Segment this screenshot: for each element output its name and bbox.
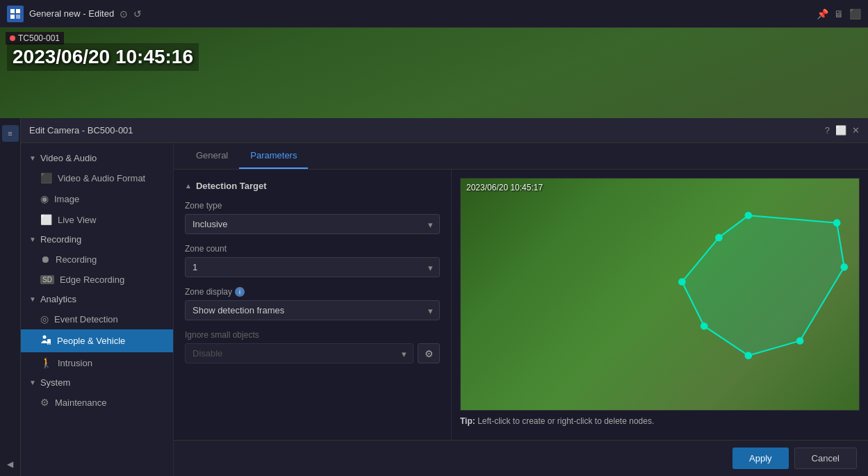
section-collapse-icon[interactable]: ▲	[185, 182, 192, 190]
nav-section-recording[interactable]: ▼ Recording	[21, 230, 173, 249]
zone-display-info-icon[interactable]: i	[235, 287, 245, 297]
nav-item-recording[interactable]: ⏺ Recording	[21, 249, 173, 270]
camera-preview: 2023/06/20 10:45:17	[460, 178, 860, 411]
svg-marker-8	[682, 215, 844, 356]
help-icon[interactable]: ?	[825, 125, 830, 136]
zone-display-label: Zone display i	[185, 287, 440, 297]
main-layout: ≡ ◀ Edit Camera - BC500-001 ? ⬜ ✕ ▼ Vide…	[0, 118, 868, 476]
form-panel: ▲ Detection Target Zone type Inclusive	[174, 170, 452, 440]
app-title: General new - Edited	[29, 8, 114, 19]
ignore-small-objects-gear-button[interactable]: ⚙	[418, 343, 440, 363]
svg-point-6	[47, 343, 49, 345]
nav-section-analytics[interactable]: ▼ Analytics	[21, 290, 173, 309]
top-bar-right: 📌 🖥 ⬛	[817, 8, 861, 19]
layout-icon[interactable]: ⬛	[849, 8, 861, 19]
intrusion-icon: 🚶	[40, 357, 52, 368]
svg-point-4	[43, 336, 47, 339]
pin-icon[interactable]: 📌	[817, 8, 828, 19]
nav-item-people-vehicle[interactable]: People & Vehicle	[21, 329, 173, 352]
section-title: Detection Target	[196, 181, 267, 191]
zone-count-group: Zone count 1 2 3 4	[185, 244, 440, 277]
svg-rect-2	[10, 15, 15, 19]
tab-general[interactable]: General	[185, 143, 239, 169]
maximize-icon[interactable]: ⬜	[835, 125, 846, 136]
svg-point-12	[796, 337, 804, 345]
image-icon: ◉	[40, 193, 49, 204]
app-logo	[7, 6, 24, 22]
svg-rect-5	[47, 339, 51, 343]
zone-type-group: Zone type Inclusive Exclusive	[185, 201, 440, 234]
zone-display-select-wrap: Show detection frames Hide detection fra…	[185, 300, 440, 320]
ignore-small-objects-group: Ignore small objects Disable Enable ⚙	[185, 330, 440, 363]
zone-count-select[interactable]: 1 2 3 4	[185, 257, 440, 277]
svg-rect-3	[16, 15, 20, 19]
preview-panel: 2023/06/20 10:45:17	[452, 170, 868, 440]
nav-item-live-view[interactable]: ⬜ Live View	[21, 209, 173, 230]
nav-item-image[interactable]: ◉ Image	[21, 188, 173, 209]
detection-target-header: ▲ Detection Target	[185, 181, 440, 191]
apply-button[interactable]: Apply	[732, 448, 789, 469]
close-icon[interactable]: ✕	[852, 125, 860, 136]
cancel-button[interactable]: Cancel	[794, 448, 857, 469]
zone-type-select-wrap: Inclusive Exclusive	[185, 214, 440, 234]
form-preview: ▲ Detection Target Zone type Inclusive	[174, 170, 868, 440]
content-area: General Parameters ▲ Detection Target	[174, 143, 868, 476]
nav-item-edge-recording[interactable]: SD Edge Recording	[21, 270, 173, 290]
sync-icon[interactable]: ⊙	[120, 8, 128, 19]
zone-type-select[interactable]: Inclusive Exclusive	[185, 214, 440, 234]
ignore-small-objects-label: Ignore small objects	[185, 330, 440, 340]
zone-count-label: Zone count	[185, 244, 440, 254]
nav-item-intrusion[interactable]: 🚶 Intrusion	[21, 352, 173, 373]
nav-section-arrow-analytics: ▼	[29, 295, 36, 303]
preview-timestamp: 2023/06/20 10:45:17	[466, 183, 543, 192]
undo-icon[interactable]: ↺	[133, 8, 142, 19]
nav-item-maintenance[interactable]: ⚙ Maintenance	[21, 392, 173, 413]
nav-section-label-system: System	[40, 377, 70, 388]
sidebar-collapse-arrow[interactable]: ◀	[7, 459, 13, 469]
tip-text: Tip: Left-click to create or right-click…	[460, 411, 860, 432]
nav-section-label-analytics: Analytics	[40, 294, 76, 304]
sidebar-strip: ≡ ◀	[0, 118, 21, 476]
svg-point-14	[701, 322, 708, 330]
event-detection-icon: ◎	[40, 313, 49, 325]
tab-parameters[interactable]: Parameters	[239, 143, 308, 169]
maintenance-icon: ⚙	[40, 397, 49, 408]
nav-section-label-recording: Recording	[40, 234, 81, 245]
monitor-icon[interactable]: 🖥	[834, 8, 844, 19]
zone-count-select-wrap: 1 2 3 4	[185, 257, 440, 277]
svg-rect-0	[10, 9, 15, 13]
nav-item-event-detection[interactable]: ◎ Event Detection	[21, 309, 173, 329]
svg-point-13	[745, 352, 753, 359]
nav-section-arrow-recording: ▼	[29, 236, 36, 243]
svg-point-11	[840, 263, 848, 271]
svg-point-15	[678, 278, 686, 286]
recording-icon: ⏺	[40, 254, 50, 265]
dialog-body: ▼ Video & Audio ⬛ Video & Audio Format ◉…	[21, 143, 868, 476]
edge-recording-icon: SD	[40, 275, 54, 284]
ignore-small-objects-row: Disable Enable ⚙	[185, 343, 440, 363]
ignore-small-objects-select[interactable]: Disable Enable	[185, 343, 413, 363]
people-vehicle-icon	[40, 334, 51, 347]
zone-display-group: Zone display i Show detection frames Hid…	[185, 287, 440, 320]
nav-tree: ▼ Video & Audio ⬛ Video & Audio Format ◉…	[21, 143, 174, 476]
dialog-header-icons: ? ⬜ ✕	[825, 125, 860, 136]
nav-item-video-audio-format[interactable]: ⬛ Video & Audio Format	[21, 167, 173, 188]
top-bar: General new - Edited ⊙ ↺ 📌 🖥 ⬛	[0, 0, 868, 28]
svg-point-16	[715, 234, 723, 242]
zone-type-label: Zone type	[185, 201, 440, 211]
camera-timestamp: 2023/06/20 10:45:16	[7, 43, 199, 71]
sidebar-strip-icon[interactable]: ≡	[2, 125, 19, 142]
nav-section-label-video: Video & Audio	[40, 153, 97, 163]
ignore-small-objects-select-wrap: Disable Enable	[185, 343, 413, 363]
nav-section-system[interactable]: ▼ System	[21, 373, 173, 392]
nav-section-arrow-system: ▼	[29, 379, 36, 386]
bottom-bar: Apply Cancel	[174, 440, 868, 476]
camera-bar: TC500-001 2023/06/20 10:45:16	[0, 28, 868, 118]
nav-section-video-audio[interactable]: ▼ Video & Audio	[21, 149, 173, 167]
svg-rect-1	[16, 9, 20, 13]
svg-point-7	[49, 343, 51, 345]
svg-point-9	[745, 212, 753, 220]
zone-display-select[interactable]: Show detection frames Hide detection fra…	[185, 300, 440, 320]
dialog-title: Edit Camera - BC500-001	[29, 125, 133, 136]
edit-camera-dialog: Edit Camera - BC500-001 ? ⬜ ✕ ▼ Video & …	[21, 118, 868, 476]
